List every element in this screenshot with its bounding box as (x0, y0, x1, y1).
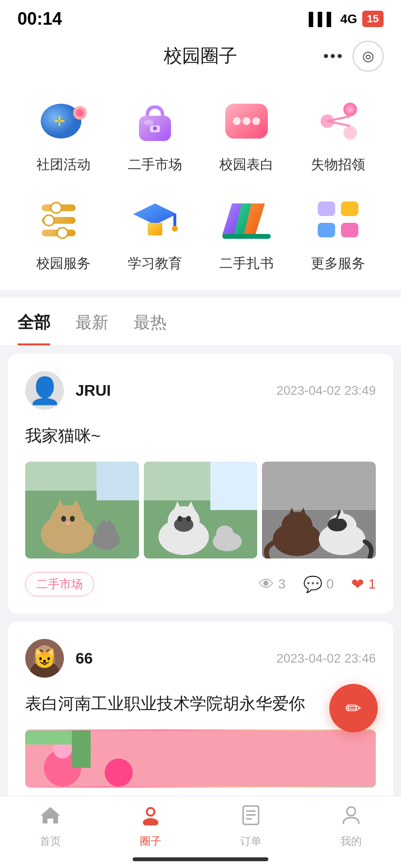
menu-item-service[interactable]: 校园服务 (17, 193, 109, 273)
club-icon: ✛ (37, 94, 90, 148)
nav-label-mine: 我的 (340, 834, 362, 849)
club-label: 社团活动 (36, 155, 91, 174)
svg-point-58 (177, 516, 182, 522)
signal-icon: ▌▌▌ (309, 12, 336, 27)
svg-point-20 (51, 202, 62, 213)
svg-point-77 (46, 649, 53, 656)
post-images-1 (25, 462, 376, 558)
svg-rect-52 (210, 462, 257, 510)
menu-item-market[interactable]: 二手市场 (109, 94, 200, 174)
svg-point-75 (30, 661, 59, 678)
header-actions: ••• ◎ (323, 41, 384, 72)
view-count-1: 3 (278, 576, 286, 592)
tab-all[interactable]: 全部 (17, 298, 50, 345)
svg-text:✛: ✛ (54, 114, 65, 129)
nav-item-home[interactable]: 首页 (0, 804, 100, 849)
market-icon (128, 94, 182, 148)
comment-icon: 💬 (303, 575, 323, 593)
page-title: 校园圈子 (164, 44, 237, 68)
post-time-1: 2023-04-02 23:49 (277, 383, 376, 398)
svg-point-45 (66, 522, 70, 525)
default-avatar-icon: 👤 (29, 375, 61, 406)
market-label: 二手市场 (128, 155, 182, 174)
svg-point-3 (76, 109, 84, 117)
confess-label: 校园表白 (219, 155, 274, 174)
nav-item-circle[interactable]: 圈子 (100, 804, 200, 849)
circle-icon (140, 804, 161, 830)
post-content-2: 表白河南工业职业技术学院胡永华爱你 (25, 691, 376, 716)
svg-point-74 (35, 645, 54, 666)
post-time-2: 2023-04-02 23:46 (277, 651, 376, 666)
menu-item-edu[interactable]: 学习教育 (109, 193, 200, 273)
svg-rect-33 (341, 202, 358, 216)
book-label: 二手扎书 (219, 254, 274, 273)
svg-point-78 (41, 657, 48, 662)
post-avatar-1: 👤 (25, 371, 64, 410)
post-username-1: JRUI (76, 382, 277, 400)
tab-hot[interactable]: 最热 (134, 298, 167, 345)
svg-point-12 (343, 103, 357, 116)
svg-point-7 (153, 126, 157, 130)
lost-label: 失物招领 (311, 155, 365, 174)
status-right: ▌▌▌ 4G 15 (309, 11, 384, 27)
service-icon (37, 193, 90, 247)
battery-badge: 15 (362, 11, 384, 27)
menu-grid: ✛ 社团活动 (0, 80, 401, 290)
mine-icon (340, 804, 362, 830)
svg-rect-84 (72, 730, 91, 768)
svg-point-93 (347, 807, 355, 816)
svg-rect-91 (246, 814, 256, 816)
post-header-2: 66 2023-04-02 23:46 (25, 639, 376, 678)
nav-item-order[interactable]: 订单 (200, 804, 301, 849)
header: 校园圈子 ••• ◎ (0, 34, 401, 80)
more-label: 更多服务 (311, 254, 365, 273)
post-likes-1[interactable]: ❤ 1 (351, 575, 376, 593)
nav-item-mine[interactable]: 我的 (301, 804, 401, 849)
svg-rect-90 (246, 810, 256, 812)
post-comments-1[interactable]: 💬 0 (303, 575, 334, 593)
svg-point-27 (172, 226, 178, 232)
menu-item-lost[interactable]: 失物招领 (292, 94, 384, 174)
nav-label-home: 首页 (40, 834, 61, 849)
home-icon (40, 804, 61, 830)
camera-button[interactable]: ◎ (353, 41, 384, 72)
svg-point-21 (44, 215, 54, 226)
network-label: 4G (340, 12, 357, 27)
camera-icon: ◎ (362, 48, 374, 64)
post-tag-1[interactable]: 二手市场 (25, 572, 94, 596)
feed: 👤 JRUI 2023-04-02 23:49 我家猫咪~ (0, 346, 401, 813)
post-username-2: 66 (76, 650, 277, 667)
svg-point-82 (105, 759, 133, 787)
svg-rect-35 (341, 223, 358, 237)
svg-marker-23 (133, 203, 177, 225)
menu-item-confess[interactable]: 校园表白 (200, 94, 292, 174)
svg-point-47 (96, 522, 116, 539)
svg-point-11 (252, 117, 260, 125)
post-footer-1: 二手市场 👁 3 💬 0 ❤ 1 (25, 572, 376, 596)
post-content-1: 我家猫咪~ (25, 423, 376, 448)
svg-point-70 (328, 518, 347, 531)
menu-item-book[interactable]: 二手扎书 (200, 193, 292, 273)
view-icon: 👁 (259, 575, 274, 593)
menu-item-more[interactable]: 更多服务 (292, 193, 384, 273)
compose-fab[interactable]: ✏ (329, 684, 378, 732)
tabs: 全部 最新 最热 (0, 298, 401, 346)
edu-label: 学习教育 (128, 254, 182, 273)
lost-icon (311, 94, 365, 148)
svg-rect-26 (173, 214, 176, 228)
svg-point-61 (216, 526, 233, 541)
tab-latest[interactable]: 最新 (76, 298, 108, 345)
like-count-1: 1 (368, 576, 376, 592)
status-bar: 00:14 ▌▌▌ 4G 15 (0, 0, 401, 34)
comment-count-1: 0 (326, 576, 334, 592)
svg-rect-32 (318, 202, 335, 216)
post-image-1b (144, 462, 258, 558)
post-card-1: 👤 JRUI 2023-04-02 23:49 我家猫咪~ (8, 354, 393, 614)
svg-point-76 (36, 650, 44, 657)
more-services-icon (311, 193, 365, 247)
more-button[interactable]: ••• (323, 47, 344, 65)
menu-item-club[interactable]: ✛ 社团活动 (17, 94, 109, 174)
post-views-1: 👁 3 (259, 575, 286, 593)
svg-rect-31 (222, 234, 271, 239)
confess-icon (220, 94, 273, 148)
